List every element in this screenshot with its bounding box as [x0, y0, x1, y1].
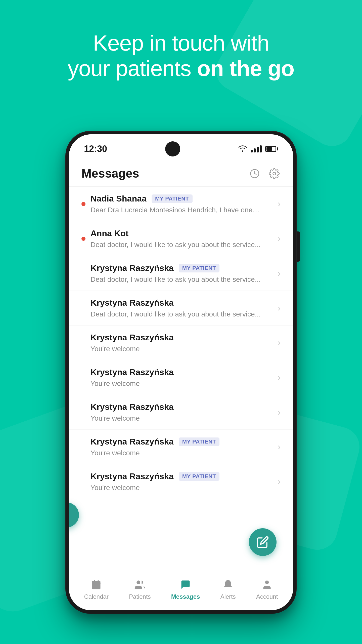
nav-messages-label: Messages: [171, 593, 200, 600]
message-content: Krystyna RaszyńskaYou're welcome: [90, 367, 274, 388]
nav-alerts[interactable]: Alerts: [220, 578, 236, 600]
read-indicator: [81, 341, 85, 345]
nav-messages[interactable]: Messages: [171, 578, 200, 600]
patient-name: Krystyna Raszyńska: [90, 367, 174, 377]
read-indicator: [81, 410, 85, 414]
message-item[interactable]: Krystyna RaszyńskaMY PATIENTYou're welco…: [69, 464, 293, 499]
message-content: Krystyna RaszyńskaMY PATIENTDeat doctor,…: [90, 263, 274, 284]
phone-mockup: 12:30: [65, 131, 297, 614]
message-content: Krystyna RaszyńskaMY PATIENTYou're welco…: [90, 437, 274, 457]
nav-patients-label: Patients: [129, 593, 151, 600]
message-top-row: Krystyna Raszyńska: [90, 402, 274, 412]
app-header: Messages: [69, 160, 293, 187]
message-top-row: Krystyna Raszyńska: [90, 298, 274, 308]
message-preview: Deat doctor, I would like to ask you abo…: [90, 275, 261, 284]
chevron-right-icon: ›: [278, 476, 281, 487]
chevron-right-icon: ›: [278, 268, 281, 279]
read-indicator: [81, 271, 85, 275]
status-icons: [238, 145, 278, 153]
my-patient-badge: MY PATIENT: [152, 194, 193, 203]
message-top-row: Krystyna Raszyńska: [90, 367, 274, 377]
message-preview: Dear Dra Lucrecia Montesinos Hendrich, I…: [90, 206, 261, 214]
message-item[interactable]: Nadia ShanaaMY PATIENTDear Dra Lucrecia …: [69, 187, 293, 221]
message-content: Krystyna RaszyńskaYou're welcome: [90, 402, 274, 422]
battery-icon: [265, 146, 278, 152]
read-indicator: [81, 376, 85, 380]
message-top-row: Krystyna Raszyńska: [90, 333, 274, 342]
unread-indicator: [81, 237, 85, 241]
read-indicator: [81, 445, 85, 449]
unread-indicator: [81, 202, 85, 206]
my-patient-badge: MY PATIENT: [179, 472, 220, 481]
status-bar: 12:30: [69, 134, 293, 160]
svg-point-1: [273, 172, 276, 175]
message-top-row: Krystyna RaszyńskaMY PATIENT: [90, 437, 274, 447]
patient-name: Krystyna Raszyńska: [90, 402, 174, 412]
read-indicator: [81, 306, 85, 310]
message-preview: You're welcome: [90, 414, 261, 422]
nav-account[interactable]: Account: [256, 578, 278, 600]
chevron-right-icon: ›: [278, 199, 281, 209]
compose-fab[interactable]: [249, 528, 277, 556]
alerts-icon: [221, 578, 235, 591]
patients-icon: [133, 578, 146, 591]
svg-rect-2: [92, 581, 101, 589]
history-button[interactable]: [248, 167, 261, 180]
nav-account-label: Account: [256, 593, 278, 600]
chevron-right-icon: ›: [278, 303, 281, 313]
message-preview: Deat doctor, I would like to ask you abo…: [90, 241, 261, 249]
message-item[interactable]: Anna KotDeat doctor, I would like to ask…: [69, 221, 293, 256]
patient-name: Krystyna Raszyńska: [90, 471, 174, 481]
settings-button[interactable]: [268, 167, 281, 180]
message-item[interactable]: Krystyna RaszyńskaMY PATIENTDeat doctor,…: [69, 256, 293, 291]
message-item[interactable]: Krystyna RaszyńskaMY PATIENTYou're welco…: [69, 430, 293, 464]
my-patient-badge: MY PATIENT: [179, 264, 220, 272]
patient-name: Krystyna Raszyńska: [90, 298, 174, 308]
message-item[interactable]: Krystyna RaszyńskaDeat doctor, I would l…: [69, 291, 293, 326]
hero-line1: Keep in touch with: [93, 30, 269, 55]
message-preview: Deat doctor, I would like to ask you abo…: [90, 310, 261, 318]
hero-line2: your patients on the go: [68, 56, 294, 81]
message-item[interactable]: Krystyna RaszyńskaYou're welcome›: [69, 395, 293, 430]
message-top-row: Krystyna RaszyńskaMY PATIENT: [90, 263, 274, 273]
patient-name: Nadia Shanaa: [90, 194, 147, 204]
nav-calendar-label: Calendar: [84, 593, 109, 600]
svg-point-6: [137, 581, 140, 584]
message-content: Nadia ShanaaMY PATIENTDear Dra Lucrecia …: [90, 194, 274, 214]
message-top-row: Anna Kot: [90, 228, 274, 238]
message-content: Krystyna RaszyńskaMY PATIENTYou're welco…: [90, 471, 274, 492]
message-top-row: Krystyna RaszyńskaMY PATIENT: [90, 471, 274, 481]
patient-name: Krystyna Raszyńska: [90, 263, 174, 273]
patient-name: Anna Kot: [90, 228, 128, 238]
nav-patients[interactable]: Patients: [129, 578, 151, 600]
chevron-right-icon: ›: [278, 233, 281, 244]
my-patient-badge: MY PATIENT: [179, 437, 220, 446]
calendar-icon: [90, 578, 103, 591]
message-content: Anna KotDeat doctor, I would like to ask…: [90, 228, 274, 249]
chevron-right-icon: ›: [278, 442, 281, 452]
message-top-row: Nadia ShanaaMY PATIENT: [90, 194, 274, 204]
bottom-navigation: Calendar Patients Messages: [69, 573, 293, 610]
message-item[interactable]: Krystyna RaszyńskaYou're welcome›: [69, 326, 293, 360]
patient-name: Krystyna Raszyńska: [90, 333, 174, 342]
svg-point-7: [265, 581, 269, 584]
message-preview: You're welcome: [90, 484, 261, 492]
nav-calendar[interactable]: Calendar: [84, 578, 109, 600]
message-item[interactable]: Krystyna RaszyńskaYou're welcome›: [69, 360, 293, 395]
camera-notch: [165, 141, 180, 156]
patient-name: Krystyna Raszyńska: [90, 437, 174, 447]
chevron-right-icon: ›: [278, 338, 281, 348]
wifi-icon: [238, 145, 247, 153]
chevron-right-icon: ›: [278, 372, 281, 383]
message-content: Krystyna RaszyńskaDeat doctor, I would l…: [90, 298, 274, 318]
account-icon: [260, 578, 274, 591]
app-title: Messages: [81, 167, 139, 180]
status-time: 12:30: [84, 144, 107, 154]
header-actions: [248, 167, 281, 180]
read-indicator: [81, 480, 85, 484]
message-preview: You're welcome: [90, 449, 261, 457]
chevron-right-icon: ›: [278, 407, 281, 418]
nav-alerts-label: Alerts: [220, 593, 236, 600]
message-preview: You're welcome: [90, 380, 261, 388]
hero-section: Keep in touch with your patients on the …: [0, 30, 362, 81]
